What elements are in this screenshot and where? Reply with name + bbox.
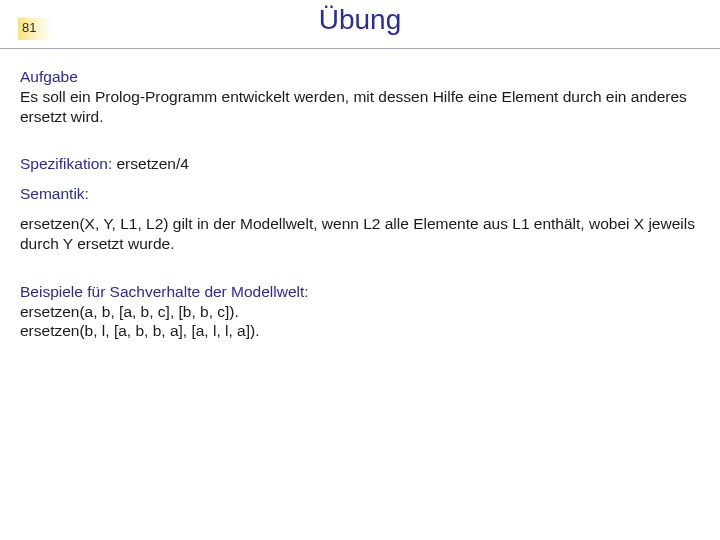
beispiele-label: Beispiele für Sachverhalte der Modellwel… bbox=[20, 282, 700, 302]
spezifikation-line: Spezifikation: ersetzen/4 bbox=[20, 154, 700, 174]
aufgabe-label: Aufgabe bbox=[20, 67, 700, 87]
aufgabe-text: Es soll ein Prolog-Programm entwickelt w… bbox=[20, 87, 700, 127]
semantik-text: ersetzen(X, Y, L1, L2) gilt in der Model… bbox=[20, 214, 700, 254]
semantik-label: Semantik: bbox=[20, 184, 700, 204]
slide-body: Aufgabe Es soll ein Prolog-Programm entw… bbox=[0, 49, 720, 341]
header-row: 81 Übung bbox=[0, 0, 720, 49]
slide-title: Übung bbox=[0, 4, 720, 36]
beispiel-line-1: ersetzen(a, b, [a, b, c], [b, b, c]). bbox=[20, 302, 700, 322]
spezifikation-label: Spezifikation: bbox=[20, 155, 117, 172]
aufgabe-block: Aufgabe Es soll ein Prolog-Programm entw… bbox=[20, 67, 700, 126]
beispiel-line-2: ersetzen(b, l, [a, b, b, a], [a, l, l, a… bbox=[20, 321, 700, 341]
spezifikation-value: ersetzen/4 bbox=[117, 155, 189, 172]
beispiele-block: Beispiele für Sachverhalte der Modellwel… bbox=[20, 282, 700, 341]
slide: 81 Übung Aufgabe Es soll ein Prolog-Prog… bbox=[0, 0, 720, 540]
